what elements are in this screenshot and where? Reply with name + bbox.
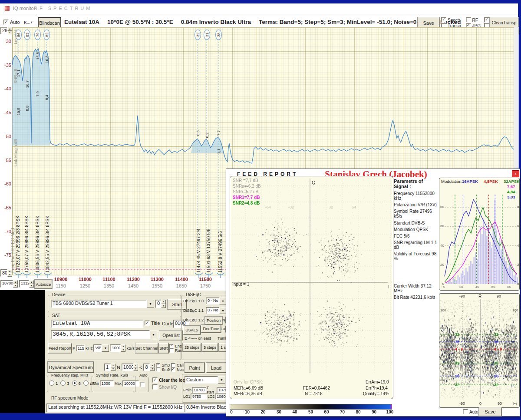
symbol-rate-row: Min 1000 Max 10000 — [93, 380, 139, 387]
phase-top-left-tick: -90 — [459, 294, 465, 298]
title-checkbox[interactable]: ✓Title — [145, 321, 160, 326]
max-label: Max — [115, 381, 122, 386]
peak-quality-circle: 32 — [195, 30, 201, 40]
step-button-25-steps[interactable]: 25 steps — [183, 343, 201, 352]
transponder-label: 11501,63 V 13750 5/6 — [206, 234, 211, 273]
phase-fi-label: Fi — [513, 401, 517, 406]
usals-button[interactable]: USALS — [183, 326, 201, 334]
sm9-checkbox[interactable]: Sm9 — [156, 367, 170, 372]
paint-button[interactable]: Paint — [185, 363, 204, 373]
auto-sr-checkbox[interactable] — [140, 382, 145, 387]
n1-spinner[interactable]: 1▲▼ — [104, 364, 115, 371]
peak-quality-circle: 79 — [34, 30, 41, 40]
min-label: Min — [93, 381, 99, 386]
min-field[interactable]: 1000 — [100, 380, 114, 387]
close-icon[interactable]: x — [512, 170, 519, 177]
merr-value: MERr=6,36 dB — [234, 391, 262, 396]
x-tick-if: 1650 — [176, 283, 187, 288]
freq-step-radio-1[interactable]: 1 — [49, 380, 58, 386]
snr-button[interactable]: SNR — [159, 343, 168, 353]
polarization-combo[interactable]: V/R▼ — [93, 344, 109, 352]
grid-number: -64 — [265, 205, 271, 209]
peak-quality-circle: 83 — [24, 30, 30, 40]
phase-plot — [439, 294, 518, 407]
peak-margin-label: 1 — [196, 150, 200, 152]
param-line: Bit Rate 42231,6 kb/s — [394, 295, 438, 300]
y-tick: -35 — [0, 63, 11, 68]
freq-span-spinner[interactable]: 1312▲▼ — [19, 280, 34, 288]
open-list-button[interactable]: Open list — [159, 331, 183, 340]
dynamical-spectrum-button[interactable]: Dynamical Spectrum — [48, 362, 94, 373]
fmin-field[interactable]: 10700 — [192, 387, 206, 393]
lo1-field[interactable]: 9750 — [191, 394, 207, 400]
tuner-index-spinner[interactable]: 0▲▼ — [155, 300, 166, 308]
n2-spinner[interactable]: 1000▲▼ — [122, 364, 138, 371]
bottom-scale-spinner[interactable]: 80▲▼ — [0, 269, 12, 277]
n-value: N = 7818 — [305, 391, 323, 396]
modulation-chart: Modulation: 16APSK 4,8PSK 32APSK 7,674,8… — [439, 178, 520, 291]
rus-checkbox[interactable]: Rus — [169, 348, 182, 353]
peak-quality-circle: 38 — [215, 30, 222, 40]
top-scale-spinner[interactable]: 28▲▼ — [0, 27, 12, 34]
mod-legend-value: 7,67 — [507, 184, 515, 189]
phase-chart: -90 R 90 -90 0 90 Fi 10010080802020 — [439, 293, 520, 408]
axis-caption: Level,% — [13, 30, 18, 44]
fer-value: FER=0,04462 — [303, 386, 330, 390]
feed-report-button[interactable]: Feed Report — [48, 343, 72, 353]
mod-y-tick: 80 — [440, 205, 444, 209]
sat-group-label: SAT — [51, 313, 62, 318]
mod-y-tick: 60 — [440, 224, 444, 228]
east-label: E <----- on east — [185, 336, 211, 341]
finetune-button[interactable]: FineTune — [201, 325, 221, 333]
phase-top-right-tick: 90 — [497, 294, 501, 298]
fstart-label: F start — [207, 386, 216, 394]
sr-spinner[interactable]: 1000▲▼ — [110, 344, 125, 352]
freq-step-radio-3[interactable]: 3 — [60, 380, 69, 386]
x-tick-freq: 11200 — [127, 277, 140, 282]
param-line: Standart DVB-S — [394, 221, 438, 225]
n-label: N — [117, 365, 120, 370]
position-button[interactable]: Position — [205, 317, 222, 324]
channel-combo[interactable]: 3645,R,16130,56,S2;8PSK▼ — [51, 330, 157, 339]
peak-snr-label: 15,8 — [36, 52, 40, 60]
n3-spinner[interactable]: 8▲▼ — [143, 364, 155, 371]
autosize-button[interactable]: Autosize — [35, 280, 52, 289]
fmin-row: Fmin 10700 F start 10700 — [183, 386, 231, 394]
phase-left-tick: 100 — [440, 308, 446, 312]
sm3-checkbox[interactable]: ✓Sm3 — [156, 363, 170, 367]
param-line: Symbol Rate 27496 kS/s — [394, 209, 438, 218]
param-line: Modulation QPSK — [394, 227, 438, 232]
param-line: FEC 5/6 — [394, 234, 438, 238]
eng-checkbox[interactable]: ✓Eng — [169, 344, 182, 348]
only-qpsk-label: Only for QPSK: — [234, 380, 263, 384]
x-tick-freq: 11100 — [102, 277, 115, 282]
custom-combo[interactable]: Custom▼ — [185, 376, 225, 384]
phase-auto-checkbox[interactable]: Auto — [463, 409, 478, 414]
diseqc10-combo[interactable]: 0 - No▼ — [206, 298, 227, 304]
mod-x-tick: 20 — [459, 285, 463, 289]
axis-caption: SNR,dB — [13, 69, 18, 83]
black-region — [0, 290, 45, 413]
phase-save-button[interactable]: Save — [479, 407, 501, 416]
legend-16apsk: 16APSK — [462, 179, 478, 184]
freq-step-radio-6[interactable]: 6 — [72, 380, 81, 386]
snr-legend: SNR =7,7 dBSNRa=-6,2 dBSNRr=5,2 dBSNR1=7… — [233, 178, 261, 205]
step-button-5-steps[interactable]: 5 steps — [202, 343, 218, 352]
grid-number: -32 — [288, 205, 294, 209]
symbol-rate-group-label: Symbol Rate, kS/s — [95, 373, 129, 377]
phase-right-tick: 20 — [512, 378, 516, 382]
x-tick-freq: 11300 — [151, 277, 164, 282]
frequency-field[interactable]: 11552800 — [76, 345, 85, 351]
set-channel-button[interactable]: Set Channel — [135, 343, 158, 353]
load-button[interactable]: Load — [206, 363, 226, 373]
input-label: Input = 1 — [232, 282, 249, 287]
diseqc11-combo[interactable]: 0 - No▼ — [206, 307, 227, 314]
y-tick: -65 — [0, 205, 11, 210]
freq-start-spinner[interactable]: 10700▲▼ — [0, 280, 18, 288]
device-combo[interactable]: TBS 6908 DVBS/S2 Tuner 1▼ — [51, 300, 154, 308]
freq-step-group-label: Frequency step, MHz — [50, 373, 90, 377]
sat-name-field[interactable]: Eutelsat 10A — [51, 320, 143, 328]
i-axis-label: I — [388, 284, 389, 289]
param-line: Polarization V/R (13V) — [394, 202, 438, 207]
peak-margin-label: 8,8 — [25, 106, 30, 111]
